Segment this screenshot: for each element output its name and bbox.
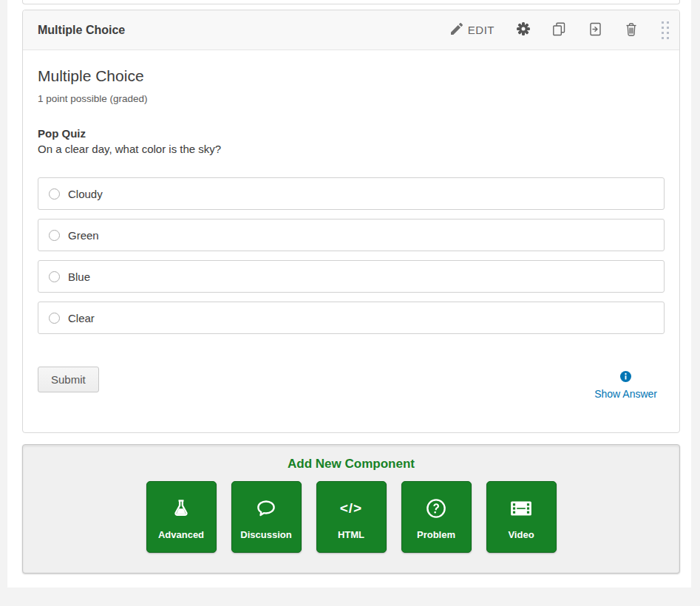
component-title: Multiple Choice — [38, 24, 125, 37]
add-problem-button[interactable]: Problem — [401, 481, 472, 553]
choice-option[interactable]: Clear — [38, 302, 665, 334]
gear-icon — [517, 22, 530, 38]
question-heading: Pop Quiz — [38, 126, 665, 141]
points-text: 1 point possible (graded) — [38, 92, 665, 106]
edit-button-label: EDIT — [468, 24, 495, 36]
add-button-label: Advanced — [158, 529, 204, 540]
question-circle-icon — [426, 494, 446, 522]
film-strip-icon — [509, 494, 533, 522]
add-button-label: HTML — [338, 529, 364, 540]
trash-icon — [625, 22, 638, 38]
submit-button[interactable]: Submit — [38, 367, 99, 392]
move-button[interactable] — [588, 22, 602, 38]
delete-button[interactable] — [625, 22, 638, 38]
add-advanced-button[interactable]: Advanced — [146, 481, 217, 553]
radio-button[interactable] — [49, 188, 60, 200]
code-icon: </> — [340, 494, 362, 522]
question-text: On a clear day, what color is the sky? — [38, 141, 665, 157]
add-video-button[interactable]: Video — [486, 481, 557, 553]
move-icon — [588, 22, 602, 38]
drag-handle-icon[interactable] — [662, 21, 669, 39]
component-actions: EDIT — [451, 21, 669, 39]
choice-label: Cloudy — [68, 188, 103, 200]
choice-label: Blue — [68, 270, 90, 283]
problem-preview: Multiple Choice 1 point possible (graded… — [23, 50, 679, 432]
add-button-label: Discussion — [240, 529, 291, 540]
pencil-icon — [451, 23, 463, 37]
choice-group: Cloudy Green Blue Clear — [38, 177, 665, 334]
radio-button[interactable] — [49, 313, 60, 324]
choice-option[interactable]: Cloudy — [38, 177, 665, 210]
content-area: Multiple Choice EDIT — [7, 0, 691, 588]
radio-button[interactable] — [49, 230, 60, 241]
show-answer-link[interactable]: Show Answer — [594, 388, 657, 400]
radio-button[interactable] — [49, 271, 60, 282]
duplicate-icon — [552, 22, 566, 38]
previous-component-edge — [22, 0, 680, 4]
problem-actions-row: Submit Show Answer — [38, 367, 665, 400]
add-html-button[interactable]: </> HTML — [316, 481, 387, 553]
flask-icon — [171, 494, 191, 522]
add-discussion-button[interactable]: Discussion — [231, 481, 302, 553]
duplicate-button[interactable] — [552, 22, 566, 38]
settings-button[interactable] — [517, 22, 530, 38]
speech-bubble-icon — [255, 494, 277, 522]
show-answer-block: Show Answer — [594, 371, 657, 400]
choice-option[interactable]: Blue — [38, 260, 665, 293]
add-component-buttons: Advanced Discussion </> HTML — [23, 481, 679, 553]
add-new-component-panel: Add New Component Advanced — [22, 444, 680, 573]
component-card-header: Multiple Choice EDIT — [23, 10, 679, 50]
problem-title: Multiple Choice — [38, 67, 665, 86]
info-icon — [620, 371, 631, 385]
add-button-label: Video — [508, 529, 534, 540]
choice-label: Green — [68, 229, 99, 242]
add-component-title: Add New Component — [23, 445, 679, 471]
choice-label: Clear — [68, 312, 95, 324]
multiple-choice-component-card: Multiple Choice EDIT — [22, 10, 680, 433]
edit-button[interactable]: EDIT — [451, 23, 495, 37]
add-button-label: Problem — [417, 529, 455, 540]
choice-option[interactable]: Green — [38, 219, 665, 251]
